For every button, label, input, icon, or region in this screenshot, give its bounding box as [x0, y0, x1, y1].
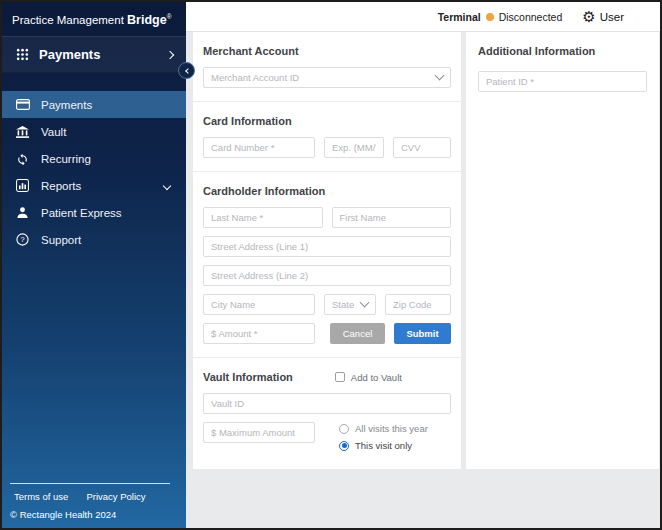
terms-of-use-link[interactable]: Terms of use: [14, 491, 68, 502]
help-icon: ?: [15, 233, 30, 246]
section-divider: [193, 357, 461, 358]
chevron-down-icon: [163, 181, 171, 189]
chart-icon: [15, 179, 30, 192]
additional-information-panel: Additional Information: [466, 32, 659, 469]
sidebar-collapse-button[interactable]: [178, 62, 195, 79]
terminal-status-text: Disconnected: [499, 11, 563, 23]
cardholder-information-title: Cardholder Information: [203, 185, 451, 197]
brand-name: Practice Management: [12, 14, 124, 26]
topbar: Terminal Disconnected ⚙ User: [186, 2, 660, 32]
person-icon: [15, 206, 30, 219]
radio-all-visits[interactable]: All visits this year: [339, 423, 428, 434]
chevron-down-icon: [360, 298, 370, 308]
sidebar-item-vault[interactable]: Vault: [2, 118, 186, 145]
radio-this-visit-label: This visit only: [355, 440, 412, 451]
terminal-status: Terminal Disconnected: [438, 11, 563, 23]
section-divider: [193, 171, 461, 172]
credit-card-icon: [15, 99, 30, 110]
svg-text:?: ?: [20, 235, 24, 244]
merchant-account-title: Merchant Account: [203, 45, 451, 57]
card-number-input[interactable]: [203, 137, 315, 158]
street-address-1-input[interactable]: [203, 236, 451, 257]
street-address-2-input[interactable]: [203, 265, 451, 286]
app-window: Practice Management Bridge® Payments: [0, 0, 662, 530]
card-cvv-input[interactable]: [393, 137, 451, 158]
cancel-button[interactable]: Cancel: [330, 323, 385, 344]
sidebar-section-label: Payments: [39, 47, 100, 62]
first-name-input[interactable]: [332, 207, 452, 228]
bank-icon: [15, 126, 30, 138]
user-menu[interactable]: ⚙ User: [582, 9, 624, 24]
sidebar-footer: Terms of use Privacy Policy © Rectangle …: [2, 483, 186, 528]
content: Merchant Account Merchant Account ID Car…: [186, 32, 660, 528]
radio-unchecked-icon[interactable]: [339, 424, 349, 434]
merchant-account-dropdown[interactable]: Merchant Account ID: [203, 67, 451, 88]
privacy-policy-link[interactable]: Privacy Policy: [86, 491, 145, 502]
vault-id-input[interactable]: [203, 393, 451, 414]
radio-all-visits-label: All visits this year: [355, 423, 428, 434]
sidebar-item-support[interactable]: ? Support: [2, 226, 186, 253]
chevron-right-icon: [166, 50, 174, 58]
sidebar-item-payments[interactable]: Payments: [2, 91, 186, 118]
apps-grid-icon: [15, 48, 30, 61]
state-placeholder: State: [332, 299, 354, 310]
maximum-amount-input[interactable]: [203, 422, 315, 443]
sidebar-item-label: Reports: [41, 180, 81, 192]
patient-id-input[interactable]: [478, 71, 647, 92]
additional-information-title: Additional Information: [478, 45, 647, 57]
sidebar-item-label: Payments: [41, 99, 92, 111]
sidebar-item-label: Patient Express: [41, 207, 122, 219]
main-area: Terminal Disconnected ⚙ User Merchant Ac…: [186, 2, 660, 528]
radio-this-visit[interactable]: This visit only: [339, 440, 428, 451]
section-divider: [193, 101, 461, 102]
chevron-down-icon: [435, 71, 445, 81]
gear-icon[interactable]: ⚙: [582, 9, 595, 24]
sidebar-item-reports[interactable]: Reports: [2, 172, 186, 199]
sidebar-item-label: Vault: [41, 126, 66, 138]
sidebar-section-payments[interactable]: Payments: [2, 36, 186, 73]
add-to-vault-checkbox[interactable]: [335, 372, 345, 382]
recurring-icon: [15, 152, 30, 165]
merchant-account-placeholder: Merchant Account ID: [211, 72, 299, 83]
sidebar-item-label: Support: [41, 234, 81, 246]
terminal-label: Terminal: [438, 11, 481, 23]
state-dropdown[interactable]: State: [324, 294, 376, 315]
status-dot-icon: [486, 13, 494, 21]
add-to-vault-label: Add to Vault: [351, 372, 402, 383]
card-exp-input[interactable]: [324, 137, 384, 158]
registered-mark: ®: [167, 13, 172, 20]
payment-form-panel: Merchant Account Merchant Account ID Car…: [193, 32, 461, 469]
add-to-vault-checkbox-group[interactable]: Add to Vault: [335, 372, 402, 383]
radio-checked-icon[interactable]: [339, 441, 349, 451]
brand-logo: Practice Management Bridge®: [2, 2, 186, 36]
user-label: User: [600, 11, 624, 23]
submit-button[interactable]: Submit: [394, 323, 451, 344]
sidebar: Practice Management Bridge® Payments: [2, 2, 186, 528]
last-name-input[interactable]: [203, 207, 323, 228]
visit-radio-group: All visits this year This visit only: [339, 423, 428, 451]
city-name-input[interactable]: [203, 294, 315, 315]
amount-input[interactable]: [203, 323, 315, 344]
zip-code-input[interactable]: [385, 294, 451, 315]
sidebar-item-patient-express[interactable]: Patient Express: [2, 199, 186, 226]
sidebar-item-label: Recurring: [41, 153, 91, 165]
vault-information-title: Vault Information: [203, 371, 293, 383]
card-information-title: Card Information: [203, 115, 451, 127]
brand-bold: Bridge: [127, 13, 167, 27]
chevron-left-icon: [185, 68, 191, 74]
sidebar-nav: Payments Vault Recurring Reports: [2, 91, 186, 253]
copyright-text: © Rectangle Health 2024: [2, 507, 186, 522]
sidebar-item-recurring[interactable]: Recurring: [2, 145, 186, 172]
